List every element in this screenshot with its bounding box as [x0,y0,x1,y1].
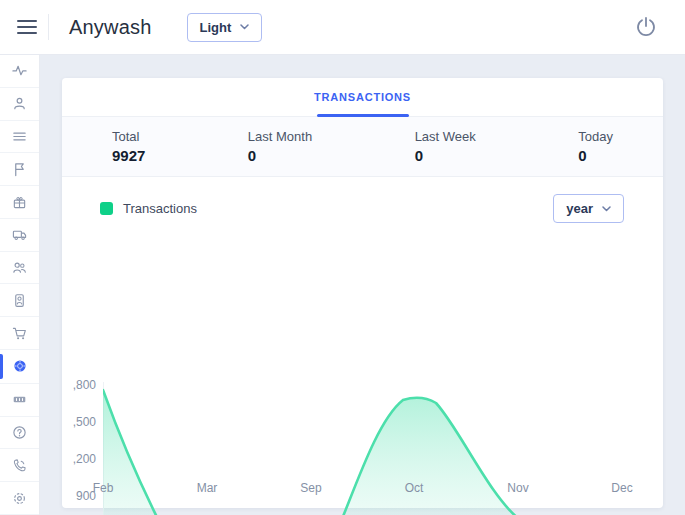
stat-today-value: 0 [578,147,613,164]
transactions-panel: TRANSACTIONS Total 9927 Last Month 0 Las… [62,78,663,508]
help-circle-icon [12,425,27,440]
stat-last-week-label: Last Week [415,129,476,144]
sidebar-item-settings[interactable] [0,482,39,515]
truck-icon [12,227,27,242]
transactions-icon [12,358,28,374]
x-tick-feb: Feb [83,481,123,495]
power-logout-icon[interactable] [634,15,658,39]
y-tick-1800: ,800 [60,377,96,393]
y-tick-1500: ,500 [60,414,96,430]
stat-last-month-label: Last Month [248,129,312,144]
gear-icon [12,491,27,506]
theme-dropdown[interactable]: Light [187,13,263,42]
user-icon [12,96,27,111]
sidebar-item-cart[interactable] [0,317,39,350]
hamburger-menu-icon[interactable] [17,16,37,38]
stat-last-month-value: 0 [248,147,312,164]
sidebar-item-activity[interactable] [0,55,39,88]
stat-total: Total 9927 [112,129,145,164]
user-badge-icon [12,293,27,308]
stats-row: Total 9927 Last Month 0 Last Week 0 Toda… [62,117,663,177]
topbar-divider [48,14,49,40]
phone-call-icon [12,458,27,473]
x-tick-dec: Dec [602,481,642,495]
x-tick-nov: Nov [498,481,538,495]
transactions-area-chart: ,800 ,500 ,200 900 600 300 0 [62,231,663,501]
sidebar-item-cash-register[interactable] [0,384,39,417]
cash-register-icon [12,392,27,407]
legend-swatch-transactions [100,202,113,215]
stat-last-month: Last Month 0 [248,129,312,164]
chart-header: Transactions year [62,177,663,223]
theme-dropdown-value: Light [200,20,232,35]
stat-total-label: Total [112,129,145,144]
sidebar-item-help[interactable] [0,417,39,450]
activity-icon [12,63,27,78]
list-icon [12,129,27,144]
tab-active-underline [317,114,409,117]
sidebar-item-flag[interactable] [0,153,39,186]
x-tick-oct: Oct [394,481,434,495]
range-dropdown[interactable]: year [553,194,624,223]
cart-icon [12,326,27,341]
legend-label: Transactions [123,201,197,216]
sidebar-item-users-group[interactable] [0,252,39,285]
sidebar-item-user[interactable] [0,88,39,121]
sidebar [0,55,40,515]
stat-today: Today 0 [578,129,613,164]
stat-last-week-value: 0 [415,147,476,164]
y-tick-1200: ,200 [60,451,96,467]
sidebar-item-truck[interactable] [0,219,39,252]
gift-icon [12,195,27,210]
app-title: Anywash [69,16,152,39]
sidebar-item-list[interactable] [0,121,39,154]
stat-last-week: Last Week 0 [415,129,476,164]
chevron-down-icon [240,24,249,30]
range-dropdown-value: year [566,201,593,216]
topbar: Anywash Light [0,0,685,55]
area-fill [103,390,622,515]
active-indicator [0,354,3,379]
chevron-down-icon [602,206,611,212]
sidebar-item-gift[interactable] [0,186,39,219]
x-tick-mar: Mar [187,481,227,495]
sidebar-item-phone[interactable] [0,449,39,482]
chart-legend: Transactions [100,201,197,216]
sidebar-item-user-badge[interactable] [0,284,39,317]
tab-transactions-label: TRANSACTIONS [314,91,411,103]
flag-icon [12,162,27,177]
sidebar-item-transactions[interactable] [0,350,39,384]
tab-transactions[interactable]: TRANSACTIONS [302,78,423,116]
tabs-bar: TRANSACTIONS [62,78,663,117]
stat-total-value: 9927 [112,147,145,164]
stat-today-label: Today [578,129,613,144]
x-tick-sep: Sep [291,481,331,495]
users-group-icon [12,260,27,275]
